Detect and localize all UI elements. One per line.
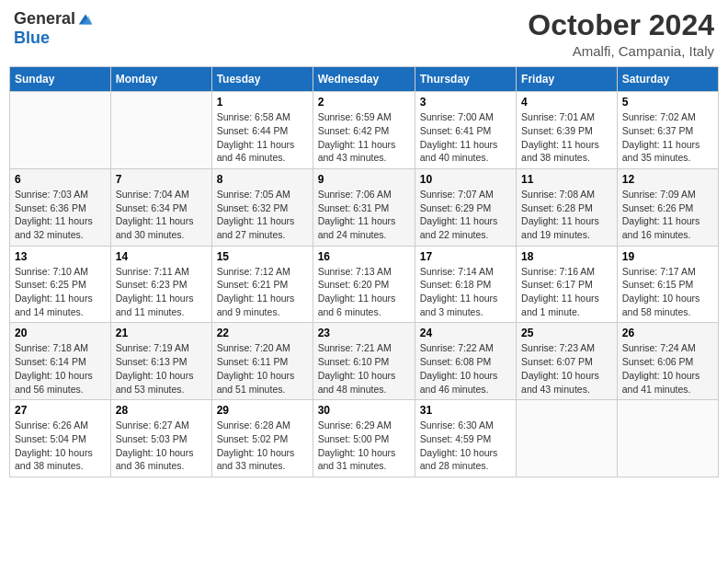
day-number: 27: [15, 404, 106, 417]
day-number: 19: [622, 250, 713, 263]
title-section: October 2024 Amalfi, Campania, Italy: [528, 9, 714, 59]
calendar-cell: 28Sunrise: 6:27 AMSunset: 5:03 PMDayligh…: [110, 400, 211, 477]
day-number: 23: [318, 327, 410, 339]
day-number: 11: [521, 173, 612, 186]
logo-icon: [77, 11, 94, 28]
calendar-cell: 3Sunrise: 7:00 AMSunset: 6:41 PMDaylight…: [415, 92, 516, 169]
calendar-cell: 4Sunrise: 7:01 AMSunset: 6:39 PMDaylight…: [517, 92, 618, 169]
calendar-cell: 8Sunrise: 7:05 AMSunset: 6:32 PMDaylight…: [211, 168, 313, 246]
logo-general-text: General: [14, 9, 75, 29]
day-number: 17: [420, 250, 511, 263]
calendar-cell: 14Sunrise: 7:11 AMSunset: 6:23 PMDayligh…: [110, 246, 211, 323]
day-info: Sunrise: 6:29 AMSunset: 5:00 PMDaylight:…: [318, 419, 410, 473]
day-number: 12: [622, 173, 713, 186]
day-number: 21: [116, 327, 207, 339]
calendar-cell: 27Sunrise: 6:26 AMSunset: 5:04 PMDayligh…: [10, 400, 111, 477]
calendar-cell: 26Sunrise: 7:24 AMSunset: 6:06 PMDayligh…: [617, 323, 718, 400]
calendar-title: October 2024: [528, 9, 714, 41]
day-number: 3: [420, 96, 511, 109]
calendar-cell: 12Sunrise: 7:09 AMSunset: 6:26 PMDayligh…: [617, 168, 718, 246]
day-number: 10: [420, 173, 511, 186]
day-number: 26: [622, 327, 713, 339]
day-info: Sunrise: 6:28 AMSunset: 5:02 PMDaylight:…: [217, 419, 308, 473]
header-monday: Monday: [110, 67, 211, 92]
day-number: 4: [521, 96, 612, 109]
calendar-subtitle: Amalfi, Campania, Italy: [528, 43, 714, 59]
day-number: 24: [420, 327, 511, 339]
day-info: Sunrise: 7:14 AMSunset: 6:18 PMDaylight:…: [420, 265, 511, 319]
day-info: Sunrise: 7:19 AMSunset: 6:13 PMDaylight:…: [116, 341, 207, 396]
day-number: 30: [318, 404, 410, 417]
day-info: Sunrise: 7:18 AMSunset: 6:14 PMDaylight:…: [15, 341, 106, 396]
day-info: Sunrise: 7:06 AMSunset: 6:31 PMDaylight:…: [318, 188, 410, 242]
calendar-cell: 5Sunrise: 7:02 AMSunset: 6:37 PMDaylight…: [617, 92, 718, 169]
day-number: 28: [116, 404, 207, 417]
calendar-cell: 31Sunrise: 6:30 AMSunset: 4:59 PMDayligh…: [415, 400, 516, 477]
calendar-cell: 20Sunrise: 7:18 AMSunset: 6:14 PMDayligh…: [10, 323, 111, 400]
calendar-cell: 25Sunrise: 7:23 AMSunset: 6:07 PMDayligh…: [517, 323, 618, 400]
day-number: 6: [15, 173, 106, 186]
day-info: Sunrise: 7:05 AMSunset: 6:32 PMDaylight:…: [217, 188, 308, 242]
calendar-cell: 9Sunrise: 7:06 AMSunset: 6:31 PMDaylight…: [313, 168, 415, 246]
calendar-cell: 21Sunrise: 7:19 AMSunset: 6:13 PMDayligh…: [110, 323, 211, 400]
logo-blue-text: Blue: [14, 29, 50, 48]
day-info: Sunrise: 6:59 AMSunset: 6:42 PMDaylight:…: [318, 110, 410, 165]
calendar-cell: 16Sunrise: 7:13 AMSunset: 6:20 PMDayligh…: [313, 246, 415, 323]
calendar-cell: 6Sunrise: 7:03 AMSunset: 6:36 PMDaylight…: [10, 168, 111, 246]
calendar-cell: 13Sunrise: 7:10 AMSunset: 6:25 PMDayligh…: [10, 246, 111, 323]
day-info: Sunrise: 7:23 AMSunset: 6:07 PMDaylight:…: [521, 341, 612, 396]
day-info: Sunrise: 7:09 AMSunset: 6:26 PMDaylight:…: [622, 188, 713, 242]
calendar-cell: 10Sunrise: 7:07 AMSunset: 6:29 PMDayligh…: [415, 168, 516, 246]
calendar-week-row: 6Sunrise: 7:03 AMSunset: 6:36 PMDaylight…: [10, 168, 719, 246]
calendar-week-row: 13Sunrise: 7:10 AMSunset: 6:25 PMDayligh…: [10, 246, 719, 323]
calendar-cell: [10, 92, 111, 169]
day-info: Sunrise: 7:13 AMSunset: 6:20 PMDaylight:…: [318, 265, 410, 319]
header-sunday: Sunday: [10, 67, 111, 92]
header-friday: Friday: [517, 67, 618, 92]
day-info: Sunrise: 7:08 AMSunset: 6:28 PMDaylight:…: [521, 188, 612, 242]
calendar-cell: 29Sunrise: 6:28 AMSunset: 5:02 PMDayligh…: [211, 400, 313, 477]
calendar-week-row: 20Sunrise: 7:18 AMSunset: 6:14 PMDayligh…: [10, 323, 719, 400]
calendar-cell: 17Sunrise: 7:14 AMSunset: 6:18 PMDayligh…: [415, 246, 516, 323]
calendar-header-row: SundayMondayTuesdayWednesdayThursdayFrid…: [10, 67, 719, 92]
day-number: 31: [420, 404, 511, 417]
day-info: Sunrise: 7:16 AMSunset: 6:17 PMDaylight:…: [521, 265, 612, 319]
calendar-cell: 15Sunrise: 7:12 AMSunset: 6:21 PMDayligh…: [211, 246, 313, 323]
calendar-cell: 11Sunrise: 7:08 AMSunset: 6:28 PMDayligh…: [517, 168, 618, 246]
day-number: 9: [318, 173, 410, 186]
day-number: 5: [622, 96, 713, 109]
day-number: 15: [217, 250, 308, 263]
day-info: Sunrise: 7:11 AMSunset: 6:23 PMDaylight:…: [116, 265, 207, 319]
calendar-cell: 1Sunrise: 6:58 AMSunset: 6:44 PMDaylight…: [211, 92, 313, 169]
calendar-cell: 23Sunrise: 7:21 AMSunset: 6:10 PMDayligh…: [313, 323, 415, 400]
calendar-week-row: 1Sunrise: 6:58 AMSunset: 6:44 PMDaylight…: [10, 92, 719, 169]
page-header: General Blue October 2024 Amalfi, Campan…: [9, 9, 719, 59]
day-info: Sunrise: 6:26 AMSunset: 5:04 PMDaylight:…: [15, 419, 106, 473]
header-thursday: Thursday: [415, 67, 516, 92]
day-info: Sunrise: 6:27 AMSunset: 5:03 PMDaylight:…: [116, 419, 207, 473]
day-info: Sunrise: 7:24 AMSunset: 6:06 PMDaylight:…: [622, 341, 713, 396]
calendar-cell: 24Sunrise: 7:22 AMSunset: 6:08 PMDayligh…: [415, 323, 516, 400]
day-info: Sunrise: 7:20 AMSunset: 6:11 PMDaylight:…: [217, 341, 308, 396]
day-info: Sunrise: 6:30 AMSunset: 4:59 PMDaylight:…: [420, 419, 511, 473]
calendar-cell: [517, 400, 618, 477]
header-tuesday: Tuesday: [211, 67, 313, 92]
day-info: Sunrise: 7:21 AMSunset: 6:10 PMDaylight:…: [318, 341, 410, 396]
day-number: 18: [521, 250, 612, 263]
calendar-cell: 30Sunrise: 6:29 AMSunset: 5:00 PMDayligh…: [313, 400, 415, 477]
day-number: 2: [318, 96, 410, 109]
day-number: 1: [217, 96, 308, 109]
calendar-table: SundayMondayTuesdayWednesdayThursdayFrid…: [9, 66, 719, 477]
calendar-cell: [110, 92, 211, 169]
header-saturday: Saturday: [617, 67, 718, 92]
day-info: Sunrise: 7:01 AMSunset: 6:39 PMDaylight:…: [521, 110, 612, 165]
day-info: Sunrise: 7:03 AMSunset: 6:36 PMDaylight:…: [15, 188, 106, 242]
calendar-cell: 2Sunrise: 6:59 AMSunset: 6:42 PMDaylight…: [313, 92, 415, 169]
day-number: 16: [318, 250, 410, 263]
day-info: Sunrise: 6:58 AMSunset: 6:44 PMDaylight:…: [217, 110, 308, 165]
day-number: 25: [521, 327, 612, 339]
logo: General Blue: [14, 9, 94, 48]
day-number: 7: [116, 173, 207, 186]
calendar-cell: 19Sunrise: 7:17 AMSunset: 6:15 PMDayligh…: [617, 246, 718, 323]
day-number: 22: [217, 327, 308, 339]
